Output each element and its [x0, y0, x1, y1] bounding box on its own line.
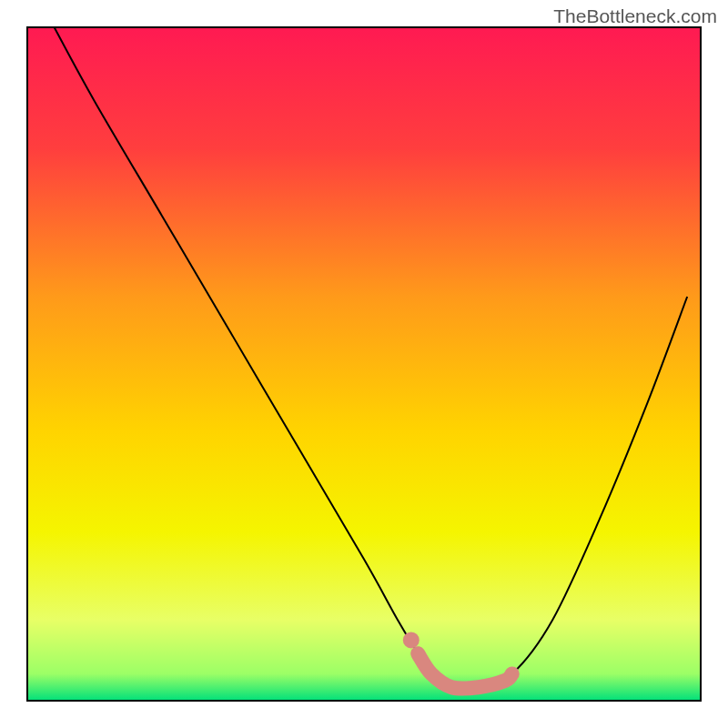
- svg-point-0: [403, 632, 420, 648]
- chart-svg: [0, 0, 728, 728]
- chart-container: TheBottleneck.com: [0, 0, 728, 728]
- plot-background: [27, 27, 701, 701]
- watermark: TheBottleneck.com: [553, 5, 717, 27]
